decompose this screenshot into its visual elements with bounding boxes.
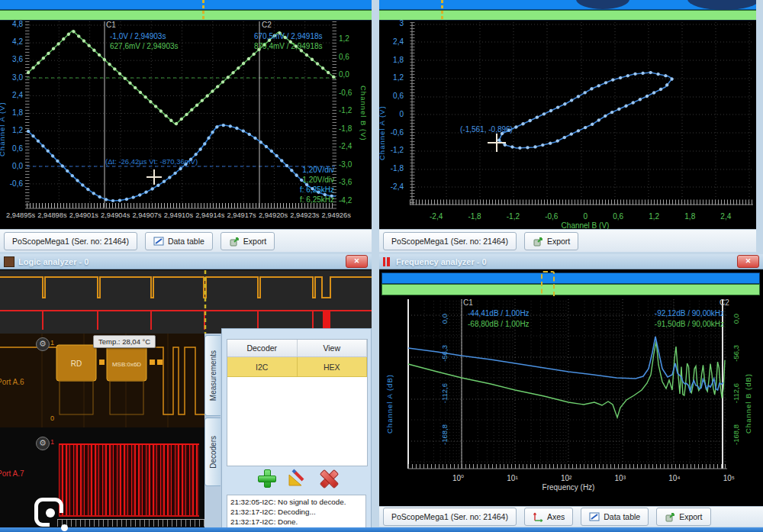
logic-overview[interactable] [0,269,372,334]
cursor-c2-readout-b: -91,50dB / 90,00kHz [608,320,724,328]
edit-decoder-button[interactable] [287,468,307,488]
decoded-bubble-msb-label: MSB:0x6D [112,361,141,368]
bit-marker [99,360,105,365]
decoder-cell-protocol[interactable]: I2C [227,357,298,376]
cursor-c2-readout-a: -92,12dB / 90,00kHz [608,309,724,318]
channel-port-a6[interactable]: RD MSB:0x6D ⚙ 1 0 Port A.6 Temp.: 28,04 … [0,334,204,428]
overview-cursor[interactable] [541,271,555,299]
decoded-bubble-rd-label: RD [71,360,82,368]
decoder-actions [222,468,371,488]
tab-measurements-label: Measurements [209,350,217,401]
channel-a-scale: 1,20V/div [264,165,334,175]
grid [412,22,753,204]
cursor-c2-label[interactable]: C2 [262,21,272,29]
overview-bar-channel-b[interactable] [379,10,756,21]
frequency-analyzer-titlebar[interactable]: Frequency analyzer - 0 ✕ [379,254,763,269]
cursor-c2-label[interactable]: C2 [720,298,729,307]
export-icon [665,511,675,522]
time-ruler [57,519,204,527]
cursor-c1-readout-b: -68,80dB / 1,00Hz [468,320,530,328]
export-button[interactable]: Export [524,232,578,250]
bit-marker [157,360,163,365]
bus-low-region [110,381,143,414]
decoder-log[interactable]: 21:32:05-I2C: No signal to decode.21:32:… [227,495,366,529]
lens-center-dot [46,508,55,517]
oscilloscope-panel: Channel A (V) 4,84,23,63,02,41,81,20,60,… [0,0,372,252]
channel-b-axis-label: Channel B (dB) [744,361,752,434]
scale-info: 1,20V/div 1,20V/div f: 6,25kHz f: 6,25kH… [264,165,334,205]
cursor-c1-label[interactable]: C1 [463,298,473,307]
oscilloscope-statusbar: PoScopeMega1 (Ser. no: 21464) Data table… [0,229,372,252]
export-label: Export [547,237,570,246]
device-button[interactable]: PoScopeMega1 (Ser. no: 21464) [4,232,137,250]
channel-a-frequency: f: 6,25kHz [264,185,334,195]
channel-settings-gear-icon[interactable]: ⚙ [36,437,50,450]
channel-b-scale: 1,20V/div [264,175,334,185]
channel-label: Port A.6 [0,378,24,386]
overview-bar-channel-b[interactable] [382,284,760,295]
export-button[interactable]: Export [656,508,710,526]
axes-label: Axes [547,512,565,521]
y-axis-right-ticks: 1,20,60,0-0,6-1,2-1,8-2,4-3,0-3,6-4,2 [339,35,360,205]
spectrum-traces [408,337,725,418]
column-view[interactable]: View [298,340,368,356]
decoder-row[interactable]: I2C HEX [227,357,367,377]
close-button[interactable]: ✕ [737,255,759,268]
axes-button[interactable]: Axes [524,508,573,526]
tab-decoders[interactable]: Decoders [204,418,221,486]
channel-port-a7[interactable]: ⚙ 1 Port A.7 [0,427,204,532]
xy-view-panel: 32,41,81,20,60-0,6-1,2-1,8-2,4 Channel A… [379,0,756,252]
export-button[interactable]: Export [221,232,275,250]
time-axis-ticks: 2,94895s2,94898s2,94901s2,94904s2,94907s… [6,211,351,219]
overview-bar-channel-a[interactable] [382,272,760,284]
data-table-button[interactable]: Data table [581,508,649,526]
logic-analyzer-titlebar[interactable]: Logic analyzer - 0 ✕ [0,254,372,269]
trigger-burst [323,311,330,330]
clock-waveform [59,443,199,517]
cursor-c1-label[interactable]: C1 [106,21,116,29]
xy-trace-dots [499,73,672,148]
window-title: Frequency analyzer - 0 [396,257,733,266]
tab-measurements[interactable]: Measurements [204,335,221,416]
temperature-tooltip: Temp.: 28,04 °C [93,335,156,348]
data-table-button[interactable]: Data table [145,232,213,250]
column-decoder[interactable]: Decoder [227,340,298,356]
cursor-c1-readout-a: -44,41dB / 1,00Hz [468,309,530,318]
close-button[interactable]: ✕ [346,255,368,268]
channel-b-frequency: f: 6,25kHz [264,195,334,205]
axes-icon [533,511,543,522]
digital-overview-trace [0,277,372,298]
device-button-label: PoScopeMega1 (Ser. no: 21464) [391,237,508,246]
lens-corner-dot [61,524,68,531]
device-button[interactable]: PoScopeMega1 (Ser. no: 21464) [383,232,517,250]
camera-lens-icon[interactable] [34,498,68,531]
overview-cursor[interactable] [441,0,443,20]
channel-settings-gear-icon[interactable]: ⚙ [36,337,50,351]
bus-low-region [60,381,93,414]
trigger-overview-trace [0,311,372,330]
cursor-c2-readout-a: 670,5mV / 2,94918s [254,32,323,40]
logic-analyzer-window: Logic analyzer - 0 ✕ RD MSB:0x6D ⚙ [0,254,372,532]
logic-analyzer-icon [4,256,14,267]
device-button-label: PoScopeMega1 (Ser. no: 21464) [391,512,508,521]
y-axis-left-ticks: 4,84,23,63,02,41,81,20,60,0-0,6 [2,21,23,188]
overview-bar-channel-b[interactable] [0,10,372,21]
xy-plot[interactable] [408,21,755,213]
decoder-cell-view[interactable]: HEX [298,357,368,376]
frequency-statusbar: PoScopeMega1 (Ser. no: 21464) Axes Data … [379,506,763,527]
overview-bar-channel-a[interactable] [0,0,372,10]
frequency-axis-ticks: 10⁰10¹10²10³10⁴10⁵ [452,474,735,482]
export-label: Export [243,237,266,246]
channel-label: Port A.7 [0,469,24,478]
data-table-icon [589,511,600,522]
xy-cursor-readout: (-1,561, -0,896) [460,125,513,134]
data-table-label: Data table [604,512,640,521]
delete-decoder-button[interactable] [317,468,337,488]
delta-readout: (Δt: -26,42µs Vt: -870,36mV) [105,157,198,166]
add-decoder-button[interactable] [256,468,276,488]
device-button[interactable]: PoScopeMega1 (Ser. no: 21464) [383,508,517,526]
overview-cursor[interactable] [202,0,204,20]
x-axis-ticks: -2,4-1,8-1,2-0,600,61,21,82,43 [430,212,756,221]
y-axis-right-ticks: 0,0-56,3-112,6-168,8 [730,314,741,445]
cursor-c1-readout-a: -1,0V / 2,94903s [110,32,166,40]
